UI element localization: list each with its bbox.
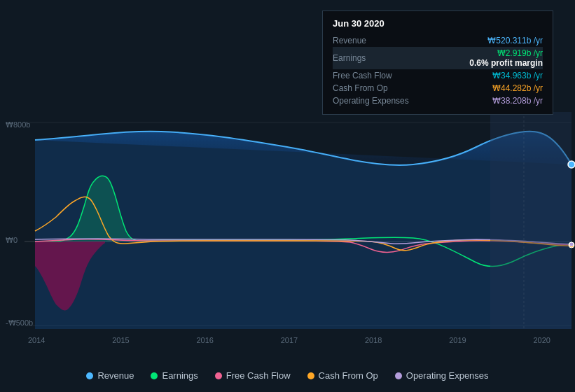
tooltip-cashfromop-value: ₩44.282b /yr [492,83,543,93]
tooltip-opex-row: Operating Expenses ₩38.208b /yr [333,94,543,107]
legend-dot-fcf [215,372,222,379]
legend-cashfromop[interactable]: Cash From Op [307,370,378,381]
tooltip-earnings-label: Earnings [333,53,417,63]
tooltip-profit-margin: 0.6% profit margin [469,58,543,68]
x-label-2018: 2018 [365,336,382,344]
legend-earnings[interactable]: Earnings [151,370,198,381]
legend-dot-revenue [86,372,93,379]
tooltip-revenue-row: Revenue ₩520.311b /yr [333,34,543,47]
chart-container: ₩800b ₩0 -₩500b 2014 2015 2016 2017 2018… [0,0,575,392]
tooltip-revenue-label: Revenue [333,36,417,46]
tooltip-earnings-value: ₩2.919b /yr [469,48,543,58]
legend-label-earnings: Earnings [162,370,198,381]
tooltip: Jun 30 2020 Revenue ₩520.311b /yr Earnin… [322,10,553,115]
y-label-neg500: -₩500b [6,318,33,328]
legend-revenue[interactable]: Revenue [86,370,134,381]
x-label-2019: 2019 [449,336,466,344]
tooltip-cashfromop-row: Cash From Op ₩44.282b /yr [333,82,543,94]
x-label-2014: 2014 [28,336,45,344]
x-label-2020: 2020 [534,336,550,344]
svg-rect-5 [490,112,571,329]
x-label-2017: 2017 [281,336,298,344]
legend-dot-opex [395,372,402,379]
svg-point-8 [569,242,574,246]
tooltip-cashfromop-label: Cash From Op [333,83,417,93]
svg-point-6 [568,161,575,168]
chart-legend: Revenue Earnings Free Cash Flow Cash Fro… [0,370,575,381]
legend-dot-earnings [151,372,158,379]
y-label-0: ₩0 [6,236,18,245]
legend-fcf[interactable]: Free Cash Flow [215,370,291,381]
tooltip-date: Jun 30 2020 [333,18,543,29]
tooltip-fcf-value: ₩34.963b /yr [492,71,543,80]
legend-label-revenue: Revenue [97,370,134,381]
x-label-2016: 2016 [197,336,214,344]
tooltip-earnings-row: Earnings ₩2.919b /yr 0.6% profit margin [333,47,543,69]
tooltip-fcf-label: Free Cash Flow [333,71,417,80]
legend-label-opex: Operating Expenses [406,370,489,381]
legend-opex[interactable]: Operating Expenses [395,370,489,381]
tooltip-fcf-row: Free Cash Flow ₩34.963b /yr [333,69,543,82]
tooltip-opex-label: Operating Expenses [333,96,417,106]
legend-label-cashfromop: Cash From Op [319,370,378,381]
legend-dot-cashfromop [307,372,314,379]
tooltip-revenue-value: ₩520.311b /yr [487,36,543,46]
tooltip-opex-value: ₩38.208b /yr [492,96,543,106]
x-axis-labels: 2014 2015 2016 2017 2018 2019 2020 [0,336,575,344]
legend-label-fcf: Free Cash Flow [226,370,291,381]
x-label-2015: 2015 [112,336,129,344]
y-label-800: ₩800b [6,120,30,130]
